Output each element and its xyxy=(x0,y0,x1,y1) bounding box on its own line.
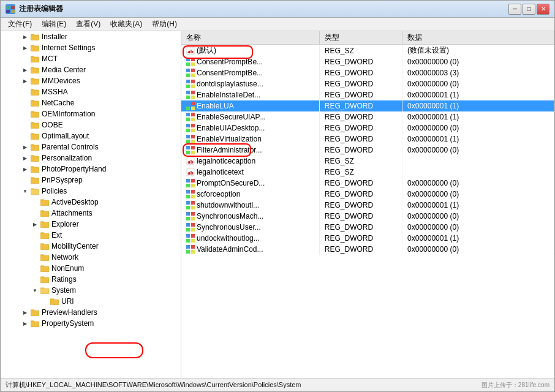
tree-item-media-center[interactable]: ▶ Media Center xyxy=(1,64,181,75)
expand-icon-optimallayout[interactable] xyxy=(20,131,30,141)
table-row[interactable]: ab legalnoticecaptionREG_SZ xyxy=(181,156,554,167)
registry-type-cell: REG_DWORD xyxy=(319,100,402,111)
expand-icon-personalization[interactable]: ▶ xyxy=(20,153,30,163)
tree-item-explorer[interactable]: ▶ Explorer xyxy=(1,219,181,230)
tree-item-photopropertyhand[interactable]: ▶ PhotoPropertyHand xyxy=(1,164,181,175)
expand-icon-mobilitycenter[interactable] xyxy=(30,241,40,251)
table-row[interactable]: EnableUIADesktop...REG_DWORD0x00000000 (… xyxy=(181,123,554,134)
tree-item-mssha[interactable]: MSSHA xyxy=(1,86,181,97)
expand-icon-mssha[interactable] xyxy=(20,87,30,97)
tree-item-internet-settings[interactable]: ▶ Internet Settings xyxy=(1,42,181,53)
tree-item-ratings[interactable]: Ratings xyxy=(1,274,181,285)
table-row[interactable]: ConsentPromptBe...REG_DWORD0x00000003 (3… xyxy=(181,67,554,78)
svg-rect-121 xyxy=(186,151,190,154)
table-row[interactable]: scforceoptionREG_DWORD0x00000000 (0) xyxy=(181,189,554,200)
table-row[interactable]: FilterAdministrator...REG_DWORD0x0000000… xyxy=(181,145,554,156)
table-row[interactable]: dontdisplaylastuse...REG_DWORD0x00000000… xyxy=(181,78,554,89)
tree-item-pnpsysprep[interactable]: PnPSysprep xyxy=(1,175,181,186)
table-row[interactable]: PromptOnSecureD...REG_DWORD0x00000000 (0… xyxy=(181,178,554,189)
tree-item-personalization[interactable]: ▶ Personalization xyxy=(1,153,181,164)
expand-icon-installer[interactable]: ▶ xyxy=(20,32,30,42)
expand-icon-explorer[interactable]: ▶ xyxy=(30,219,40,229)
tree-item-system[interactable]: ▼ System xyxy=(1,285,181,296)
menu-file[interactable]: 文件(F) xyxy=(3,18,37,31)
tree-item-activedesktop[interactable]: ActiveDesktop xyxy=(1,197,181,208)
registry-type-cell: REG_DWORD xyxy=(319,89,402,100)
table-row[interactable]: EnableLUAREG_DWORD0x00000001 (1) xyxy=(181,100,554,111)
tree-item-optimallayout[interactable]: OptimalLayout xyxy=(1,130,181,141)
tree-item-attachments[interactable]: Attachments xyxy=(1,208,181,219)
table-row[interactable]: shutdownwithoutl...REG_DWORD0x00000001 (… xyxy=(181,200,554,211)
expand-icon-netcache[interactable] xyxy=(20,98,30,108)
table-row[interactable]: EnableSecureUIAP...REG_DWORD0x00000001 (… xyxy=(181,111,554,123)
tree-item-network[interactable]: Network xyxy=(1,252,181,263)
tree-item-oeminformation[interactable]: OEMInformation xyxy=(1,108,181,119)
expand-icon-attachments[interactable] xyxy=(30,208,40,218)
svg-rect-127 xyxy=(186,179,190,183)
expand-icon-media-center[interactable]: ▶ xyxy=(20,65,30,75)
expand-icon-nonenum[interactable] xyxy=(30,263,40,273)
tree-item-mct[interactable]: MCT xyxy=(1,53,181,64)
menu-help[interactable]: 帮助(H) xyxy=(147,18,182,31)
table-row[interactable]: ab legalnoticetextREG_SZ xyxy=(181,167,554,178)
registry-table[interactable]: 名称 类型 数据 ab (默认)REG_SZ(数值未设置) ConsentPro… xyxy=(181,31,554,378)
expand-icon-mct[interactable] xyxy=(20,54,30,64)
folder-icon-policies xyxy=(30,187,40,195)
registry-tree[interactable]: ▶ Installer▶ Internet Settings MCT▶ Medi… xyxy=(1,31,181,378)
tree-item-policies[interactable]: ▼ Policies xyxy=(1,186,181,197)
expand-icon-oeminformation[interactable] xyxy=(20,109,30,119)
table-row[interactable]: SynchronousMach...REG_DWORD0x00000000 (0… xyxy=(181,211,554,222)
expand-icon-previewhandlers[interactable]: ▶ xyxy=(20,307,30,317)
expand-icon-photopropertyhand[interactable]: ▶ xyxy=(20,164,30,174)
tree-item-previewhandlers[interactable]: ▶ PreviewHandlers xyxy=(1,307,181,318)
tree-item-propertysystem[interactable]: ▶ PropertySystem xyxy=(1,318,181,329)
expand-icon-ratings[interactable] xyxy=(30,274,40,284)
table-row[interactable]: ConsentPromptBe...REG_DWORD0x00000000 (0… xyxy=(181,56,554,67)
menu-edit[interactable]: 编辑(E) xyxy=(37,18,71,31)
table-row[interactable]: ab (默认)REG_SZ(数值未设置) xyxy=(181,45,554,57)
expand-icon-ext[interactable] xyxy=(30,230,40,240)
table-row[interactable]: ValidateAdminCod...REG_DWORD0x00000000 (… xyxy=(181,244,554,255)
tree-item-ext[interactable]: Ext xyxy=(1,230,181,241)
col-header-type[interactable]: 类型 xyxy=(319,31,402,45)
tree-item-oobe[interactable]: OOBE xyxy=(1,119,181,130)
menu-favorites[interactable]: 收藏夹(A) xyxy=(105,18,147,31)
expand-icon-uri[interactable] xyxy=(40,296,50,306)
minimize-button[interactable]: ─ xyxy=(508,4,521,15)
registry-data-cell: 0x00000001 (1) xyxy=(402,233,554,244)
tree-item-nonenum[interactable]: NonEnum xyxy=(1,263,181,274)
svg-rect-114 xyxy=(191,129,195,132)
tree-item-mmdevices[interactable]: ▶ MMDevices xyxy=(1,75,181,86)
table-row[interactable]: EnableVirtualizationREG_DWORD0x00000001 … xyxy=(181,134,554,145)
tree-label-oobe: OOBE xyxy=(42,121,63,129)
tree-item-netcache[interactable]: NetCache xyxy=(1,97,181,108)
expand-icon-activedesktop[interactable] xyxy=(30,197,40,207)
expand-icon-system[interactable]: ▼ xyxy=(30,285,40,295)
expand-icon-propertysystem[interactable]: ▶ xyxy=(20,318,30,328)
table-row[interactable]: EnableInstalleDet...REG_DWORD0x00000001 … xyxy=(181,89,554,100)
expand-icon-network[interactable] xyxy=(30,252,40,262)
tree-item-installer[interactable]: ▶ Installer xyxy=(1,31,181,42)
maximize-button[interactable]: □ xyxy=(523,4,535,15)
expand-icon-internet-settings[interactable]: ▶ xyxy=(20,43,30,53)
tree-item-parental-controls[interactable]: ▶ Parental Controls xyxy=(1,141,181,153)
tree-label-internet-settings: Internet Settings xyxy=(42,43,95,52)
expand-icon-pnpsysprep[interactable] xyxy=(20,175,30,185)
close-button[interactable]: ✕ xyxy=(537,4,549,15)
tree-item-uri[interactable]: URI xyxy=(1,296,181,307)
registry-name-cell: ab legalnoticecaption xyxy=(181,156,319,167)
registry-name-text: shutdownwithoutl... xyxy=(197,201,259,209)
expand-icon-oobe[interactable] xyxy=(20,120,30,130)
svg-text:ab: ab xyxy=(187,159,194,165)
col-header-name[interactable]: 名称 xyxy=(181,31,319,45)
expand-icon-policies[interactable]: ▼ xyxy=(20,186,30,196)
table-row[interactable]: SynchronousUser...REG_DWORD0x00000000 (0… xyxy=(181,222,554,233)
col-header-data[interactable]: 数据 xyxy=(402,31,554,45)
expand-icon-mmdevices[interactable]: ▶ xyxy=(20,76,30,86)
folder-icon-pnpsysprep xyxy=(30,176,40,184)
table-row[interactable]: undockwithoutlog...REG_DWORD0x00000001 (… xyxy=(181,233,554,244)
registry-data-cell xyxy=(402,156,554,167)
tree-item-mobilitycenter[interactable]: MobilityCenter xyxy=(1,241,181,252)
menu-view[interactable]: 查看(V) xyxy=(71,18,105,31)
expand-icon-parental-controls[interactable]: ▶ xyxy=(20,142,30,152)
